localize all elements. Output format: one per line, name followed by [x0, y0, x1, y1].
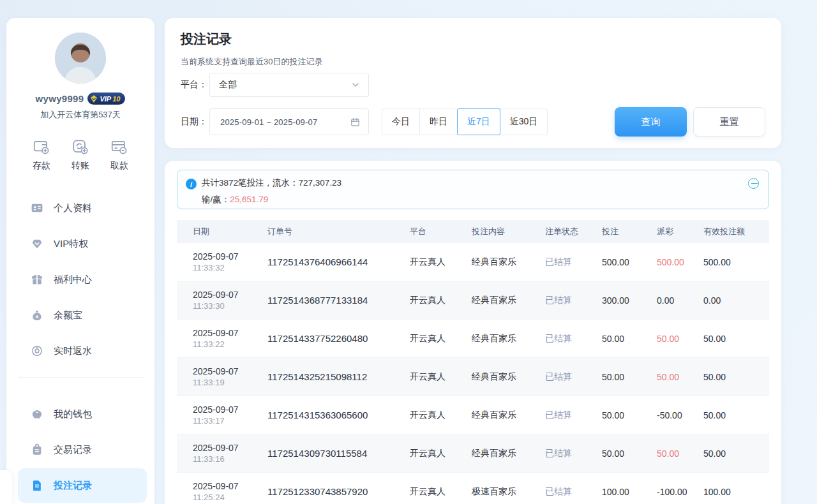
range-button-yesterday[interactable]: 昨日	[419, 108, 458, 135]
platform-label: 平台：	[181, 79, 209, 91]
cell-bet-content: 经典百家乐	[472, 256, 545, 268]
cell-status: 已结算	[545, 256, 602, 268]
cell-order-id: 1172514309730115584	[267, 448, 410, 459]
cell-payout: 50.00	[657, 448, 703, 459]
quick-actions: 存款转账取款	[6, 137, 154, 172]
cell-date: 2025-09-0711:33:22	[193, 328, 267, 349]
cell-status: 已结算	[545, 295, 602, 306]
side-drawer-handle[interactable]	[0, 470, 12, 504]
cell-date: 2025-09-0711:33:32	[193, 251, 267, 272]
id-card-icon	[31, 202, 43, 214]
cell-order-id: 1172514368777133184	[267, 295, 410, 306]
table-header-row: 日期订单号平台投注内容注单状态投注派彩有效投注额	[177, 220, 769, 243]
username: wywy9999	[36, 93, 84, 104]
money-bag-icon	[31, 309, 43, 322]
cell-bet-content: 经典百家乐	[472, 410, 545, 421]
cell-payout: -50.00	[657, 410, 703, 420]
cell-valid-bet: 50.00	[703, 448, 769, 459]
quick-action-label: 存款	[33, 160, 50, 172]
piggy-bank-icon	[31, 408, 43, 420]
withdraw-button[interactable]: 取款	[110, 137, 129, 172]
cell-platform: 开云真人	[410, 448, 472, 459]
query-button[interactable]: 查询	[615, 107, 687, 137]
cell-status: 已结算	[545, 486, 602, 498]
cell-valid-bet: 100.00	[703, 487, 769, 497]
cell-platform: 开云真人	[410, 256, 472, 268]
cell-bet-content: 极速百家乐	[472, 486, 545, 498]
ledger-icon	[31, 443, 43, 456]
cell-valid-bet: 50.00	[703, 334, 769, 344]
vip-text: VIP	[100, 95, 111, 103]
sidebar-item-transaction-records[interactable]: 交易记录	[18, 433, 147, 467]
table-row: 2025-09-0711:33:301172514368777133184开云真…	[177, 281, 769, 320]
gift-icon	[31, 273, 43, 286]
cell-status: 已结算	[545, 333, 602, 345]
sidebar-item-bet-records[interactable]: 投注记录	[18, 468, 147, 503]
loss-win-value: 25,651.79	[230, 195, 268, 204]
cell-date: 2025-09-0711:25:24	[193, 481, 267, 502]
sidebar-item-label: 个人资料	[54, 202, 92, 214]
vip-level: 10	[112, 95, 120, 103]
range-button-last-7-days[interactable]: 近7日	[457, 108, 500, 135]
cell-order-id: 1172512330743857920	[267, 486, 410, 497]
cell-date: 2025-09-0711:33:19	[193, 366, 267, 387]
deposit-icon	[32, 137, 51, 156]
cell-date: 2025-09-0711:33:30	[193, 290, 267, 311]
sidebar-menu-bottom: 我的钱包交易记录投注记录	[6, 397, 154, 503]
cell-bet-content: 经典百家乐	[472, 295, 545, 306]
cell-platform: 开云真人	[410, 410, 472, 421]
range-button-today[interactable]: 今日	[382, 108, 420, 135]
range-button-last-30-days[interactable]: 近30日	[500, 108, 548, 135]
sidebar-menu-top: 个人资料VIP特权福利中心余额宝实时返水	[6, 191, 154, 368]
column-header: 日期	[193, 226, 267, 237]
cell-valid-bet: 500.00	[703, 257, 769, 267]
join-days-text: 加入开云体育第537天	[6, 109, 154, 121]
cell-order-id: 1172514376406966144	[267, 256, 410, 267]
table-body: 2025-09-0711:33:321172514376406966144开云真…	[177, 243, 769, 504]
avatar-image	[55, 33, 106, 84]
cell-bet-content: 经典百家乐	[472, 448, 545, 459]
collapse-icon[interactable]	[748, 178, 759, 189]
column-header: 平台	[410, 226, 472, 237]
date-quick-ranges: 今日昨日近7日近30日	[382, 108, 548, 135]
cell-platform: 开云真人	[410, 333, 472, 345]
platform-select[interactable]: 全部	[209, 73, 369, 97]
table-row: 2025-09-0711:33:161172514309730115584开云真…	[177, 434, 769, 473]
avatar	[55, 33, 106, 84]
cell-bet-content: 经典百家乐	[472, 371, 545, 383]
quick-action-label: 取款	[110, 160, 128, 172]
calendar-icon	[350, 117, 361, 128]
cell-payout: 50.00	[657, 334, 703, 344]
cell-payout: 50.00	[657, 372, 703, 382]
sidebar-item-vip-privileges[interactable]: VIP特权	[18, 226, 147, 261]
cell-valid-bet: 50.00	[703, 410, 769, 420]
cell-bet-amount: 50.00	[602, 410, 657, 420]
bet-records-table: 日期订单号平台投注内容注单状态投注派彩有效投注额 2025-09-0711:33…	[177, 220, 769, 504]
cell-payout: 0.00	[657, 295, 703, 306]
cell-bet-amount: 50.00	[602, 372, 657, 382]
table-row: 2025-09-0711:33:321172514376406966144开云真…	[177, 243, 769, 281]
cell-valid-bet: 0.00	[703, 295, 769, 306]
cell-valid-bet: 50.00	[703, 372, 769, 382]
date-range-input[interactable]: 2025-09-01 ~ 2025-09-07	[209, 108, 369, 135]
sidebar-item-realtime-rebate[interactable]: 实时返水	[18, 334, 147, 368]
sidebar-item-yuebao[interactable]: 余额宝	[18, 298, 147, 332]
sidebar-item-profile[interactable]: 个人资料	[18, 191, 147, 225]
cell-bet-amount: 50.00	[602, 448, 657, 459]
sidebar-item-welfare-center[interactable]: 福利中心	[18, 262, 147, 297]
page-title: 投注记录	[181, 31, 765, 48]
date-range-value: 2025-09-01 ~ 2025-09-07	[220, 117, 350, 127]
table-row: 2025-09-0711:33:171172514315363065600开云真…	[177, 396, 769, 434]
sidebar-item-my-wallet[interactable]: 我的钱包	[18, 397, 147, 431]
sidebar-item-label: 交易记录	[54, 444, 92, 456]
deposit-button[interactable]: 存款	[32, 137, 51, 172]
quick-action-label: 转账	[71, 160, 89, 172]
chevron-down-icon	[350, 80, 361, 90]
vip-diamond-icon	[89, 94, 98, 103]
cell-status: 已结算	[545, 410, 602, 421]
filter-panel: 投注记录 当前系统支持查询最近30日的投注记录 平台： 全部 日期： 2025-…	[165, 18, 781, 148]
transfer-button[interactable]: 转账	[71, 137, 90, 172]
reset-button[interactable]: 重置	[693, 107, 765, 137]
page-subtitle: 当前系统支持查询最近30日的投注记录	[181, 56, 765, 68]
cell-bet-content: 经典百家乐	[472, 333, 545, 345]
